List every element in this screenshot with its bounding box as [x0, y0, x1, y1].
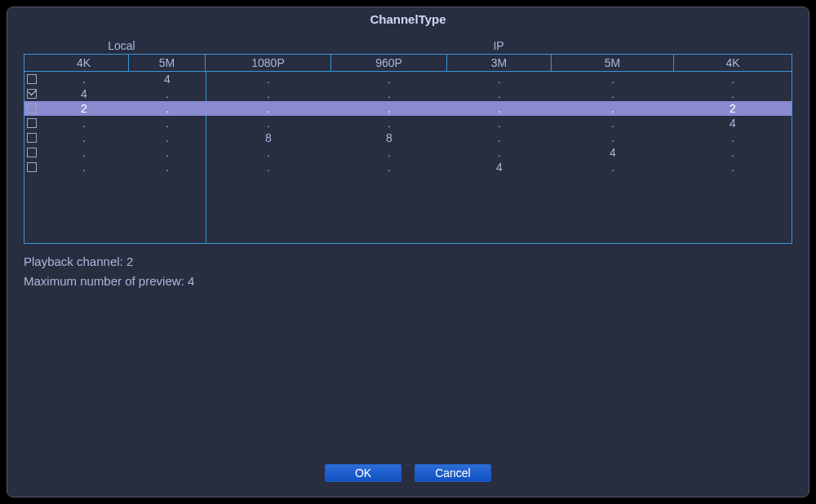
table-row[interactable]: ....4.. [24, 160, 792, 175]
cell-ip_4k: 2 [674, 101, 792, 116]
cell-ip_4k: . [674, 72, 792, 86]
cell-local_5m: . [129, 130, 206, 145]
cell-ip_4k: . [674, 145, 792, 160]
cell-local_4k: . [39, 130, 129, 145]
row-checkbox[interactable] [27, 162, 37, 172]
cell-ip_960p: . [331, 101, 447, 116]
cell-local_5m: . [129, 101, 206, 116]
cell-ip_5m: . [552, 101, 674, 116]
cell-local_4k: 4 [39, 86, 129, 101]
row-checkbox-cell[interactable] [24, 130, 39, 145]
row-checkbox[interactable] [27, 74, 37, 84]
cell-ip_3m: . [447, 86, 552, 101]
cell-local_5m: . [129, 145, 206, 160]
header-ip-3m: 3M [447, 55, 552, 71]
group-local-label: Local [24, 39, 205, 52]
row-checkbox-cell[interactable] [24, 101, 39, 116]
row-checkbox-cell[interactable] [24, 72, 39, 86]
info-section: Playback channel: 2 Maximum number of pr… [24, 252, 792, 291]
row-checkbox-cell[interactable] [24, 145, 39, 160]
table-row[interactable]: ......4 [24, 116, 792, 130]
cell-ip_4k: . [674, 160, 792, 175]
header-checkbox-col [24, 55, 39, 71]
cell-ip_4k: . [674, 86, 792, 101]
cancel-button[interactable]: Cancel [415, 464, 491, 482]
cell-ip_960p: . [331, 160, 447, 175]
cell-ip_3m: . [447, 101, 552, 116]
preview-info: Maximum number of preview: 4 [24, 272, 792, 291]
header-ip-960p: 960P [331, 55, 447, 71]
cell-ip_1080p: . [206, 72, 331, 86]
row-checkbox[interactable] [27, 89, 37, 99]
ok-button[interactable]: OK [325, 464, 401, 482]
cell-local_5m: 4 [129, 72, 206, 86]
table-row[interactable]: ..88... [24, 130, 792, 145]
cell-local_5m: . [129, 116, 206, 130]
table-row[interactable]: .....4. [24, 145, 792, 160]
group-ip-label: IP [205, 39, 792, 52]
dialog-buttons: OK Cancel [7, 464, 809, 482]
cell-ip_5m: . [552, 160, 674, 175]
cell-ip_3m: . [447, 145, 552, 160]
row-checkbox[interactable] [27, 104, 37, 113]
channel-table: 4K 5M 1080P 960P 3M 5M 4K .4.....4......… [24, 54, 792, 244]
preview-label: Maximum number of preview: [24, 274, 188, 288]
cell-ip_1080p: . [206, 101, 331, 116]
table-header-row: 4K 5M 1080P 960P 3M 5M 4K [24, 55, 792, 72]
cell-ip_960p: . [331, 145, 447, 160]
row-checkbox[interactable] [27, 133, 37, 143]
header-ip-1080p: 1080P [206, 55, 331, 71]
cell-ip_1080p: . [206, 160, 331, 175]
header-ip-5m: 5M [552, 55, 674, 71]
header-local-4k: 4K [39, 55, 129, 71]
row-checkbox[interactable] [27, 148, 37, 157]
cell-ip_1080p: . [206, 145, 331, 160]
cell-ip_960p: . [331, 86, 447, 101]
cell-ip_3m: . [447, 72, 552, 86]
channel-type-dialog: ChannelType Local IP 4K 5M 1080P 960P 3M… [7, 7, 809, 497]
table-row[interactable]: 2.....2 [24, 101, 792, 116]
row-checkbox[interactable] [27, 118, 37, 128]
playback-label: Playback channel: [24, 254, 126, 268]
cell-ip_5m: 4 [552, 145, 674, 160]
header-ip-4k: 4K [674, 55, 792, 71]
dialog-content: Local IP 4K 5M 1080P 960P 3M 5M 4K .4...… [7, 29, 809, 291]
row-checkbox-cell[interactable] [24, 160, 39, 175]
cell-ip_5m: . [552, 86, 674, 101]
cell-ip_3m: . [447, 130, 552, 145]
cell-local_4k: . [39, 160, 129, 175]
table-row[interactable]: .4..... [24, 72, 792, 86]
playback-value: 2 [126, 254, 133, 268]
cell-ip_3m: 4 [447, 160, 552, 175]
cell-ip_960p: . [331, 72, 447, 86]
cell-ip_1080p: . [206, 86, 331, 101]
cell-local_5m: . [129, 160, 206, 175]
cell-ip_960p: . [331, 116, 447, 130]
column-group-labels: Local IP [24, 36, 792, 54]
cell-ip_4k: 4 [674, 116, 792, 130]
cell-local_4k: . [39, 145, 129, 160]
row-checkbox-cell[interactable] [24, 86, 39, 101]
cell-local_5m: . [129, 86, 206, 101]
cell-ip_5m: . [552, 116, 674, 130]
cell-ip_3m: . [447, 116, 552, 130]
row-checkbox-cell[interactable] [24, 116, 39, 130]
cell-ip_4k: . [674, 130, 792, 145]
playback-info: Playback channel: 2 [24, 252, 792, 272]
cell-local_4k: 2 [39, 101, 129, 116]
dialog-title: ChannelType [7, 7, 809, 29]
cell-local_4k: . [39, 72, 129, 86]
header-local-5m: 5M [129, 55, 206, 71]
cell-local_4k: . [39, 116, 129, 130]
preview-value: 4 [188, 274, 194, 288]
cell-ip_1080p: . [206, 116, 331, 130]
cell-ip_960p: 8 [331, 130, 447, 145]
cell-ip_5m: . [552, 130, 674, 145]
table-body: .4.....4......2.....2......4..88........… [24, 72, 792, 243]
table-row[interactable]: 4...... [24, 86, 792, 101]
cell-ip_1080p: 8 [206, 130, 331, 145]
cell-ip_5m: . [552, 72, 674, 86]
